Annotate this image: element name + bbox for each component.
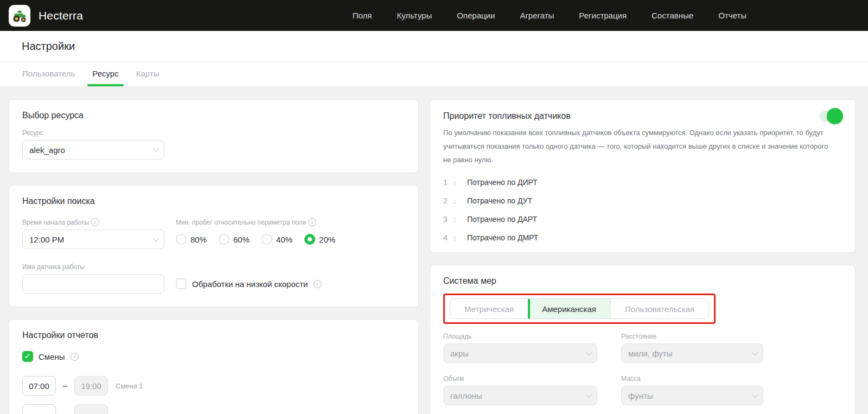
item-order: 1 bbox=[443, 178, 453, 187]
nav-item-units[interactable]: Агрегаты bbox=[520, 11, 554, 20]
fuel-priority-toggle[interactable] bbox=[819, 111, 842, 122]
nav-item-operations[interactable]: Операции bbox=[457, 11, 495, 20]
area-field: Площадь акры bbox=[443, 333, 597, 363]
chevron-down-icon bbox=[752, 349, 758, 355]
info-icon[interactable] bbox=[308, 218, 316, 226]
sensor-name-field: Имя датчика работы bbox=[22, 263, 164, 294]
shift2-to-input bbox=[74, 404, 108, 414]
annotation-highlight: Метрическая Американская Пользовательска… bbox=[443, 294, 716, 324]
shift1-to-input: 19:00 bbox=[74, 376, 108, 396]
fuel-sensor-list: 1 Потрачено по ДИРТ 2 Потрачено по ДУТ 3… bbox=[443, 173, 842, 247]
page-head: Настройки bbox=[0, 31, 868, 62]
volume-value: галлоны bbox=[450, 391, 586, 400]
left-column: Выбор ресурса Ресурс alek_agro Настройки… bbox=[9, 99, 419, 414]
item-label: Потрачено по ДМРТ bbox=[467, 233, 538, 242]
sort-updown-icon[interactable] bbox=[453, 197, 467, 205]
shifts-label: Смены bbox=[39, 352, 65, 361]
info-icon[interactable] bbox=[91, 218, 99, 226]
shift1-from-input[interactable]: 07:00 bbox=[22, 376, 56, 396]
item-label: Потрачено по ДАРТ bbox=[467, 215, 537, 224]
min-mileage-label: Мин. пробег относительно периметра поля bbox=[176, 219, 306, 226]
nav-item-registration[interactable]: Регистрация bbox=[579, 11, 627, 20]
low-speed-field: Обработки на низкой скорости bbox=[176, 274, 405, 294]
radio-40[interactable]: 40% bbox=[261, 234, 292, 245]
area-select: акры bbox=[443, 343, 597, 363]
nav-item-reports[interactable]: Отчеты bbox=[718, 11, 746, 20]
card-title: Настройки поиска bbox=[22, 196, 405, 206]
chevron-down-icon bbox=[586, 392, 592, 398]
nav-item-fields[interactable]: Поля bbox=[353, 11, 372, 20]
fuel-list-item: 1 Потрачено по ДИРТ bbox=[443, 173, 842, 192]
start-time-label: Время начала работы bbox=[22, 219, 89, 226]
report-settings-card: Настройки отчетов Смены 07:00 – 19:00 См… bbox=[9, 319, 419, 414]
sort-updown-icon[interactable] bbox=[453, 215, 467, 224]
volume-field: Объем галлоны bbox=[443, 375, 597, 405]
nav-item-cultures[interactable]: Культуры bbox=[397, 11, 432, 20]
low-speed-label: Обработки на низкой скорости bbox=[192, 279, 308, 289]
right-column: Приоритет топливных датчиков По умолчани… bbox=[430, 99, 856, 414]
segment-us[interactable]: Американская bbox=[528, 299, 610, 319]
resource-select[interactable]: alek_agro bbox=[22, 140, 164, 160]
tab-resource[interactable]: Ресурс bbox=[87, 69, 123, 86]
start-time-field: Время начала работы 12:00 PM bbox=[22, 218, 164, 249]
distance-field: Расстояние мили, футы bbox=[621, 333, 763, 363]
chevron-down-icon bbox=[752, 392, 758, 398]
item-order: 2 bbox=[443, 196, 453, 205]
sort-updown-icon[interactable] bbox=[453, 179, 467, 187]
item-order: 4 bbox=[443, 233, 453, 242]
shift-row-2-partial bbox=[22, 404, 405, 414]
fuel-priority-card: Приоритет топливных датчиков По умолчани… bbox=[430, 99, 856, 253]
distance-value: мили, футы bbox=[628, 349, 752, 358]
shifts-field: Смены bbox=[22, 347, 405, 366]
fuel-list-item: 2 Потрачено по ДУТ bbox=[443, 192, 842, 210]
card-title: Настройки отчетов bbox=[22, 330, 405, 340]
shift2-from-input[interactable] bbox=[22, 404, 56, 414]
segment-metric[interactable]: Метрическая bbox=[450, 299, 528, 319]
area-value: акры bbox=[450, 349, 586, 358]
min-mileage-field: Мин. пробег относительно периметра поля … bbox=[176, 218, 405, 249]
card-title: Система мер bbox=[443, 276, 842, 286]
radio-20[interactable]: 20% bbox=[304, 234, 335, 245]
fuel-list-item: 3 Потрачено по ДАРТ bbox=[443, 210, 842, 228]
distance-label: Расстояние bbox=[621, 333, 763, 340]
settings-tabs: Пользователь Ресурс Карты bbox=[0, 62, 868, 87]
mass-value: фунты bbox=[628, 391, 752, 400]
shift-row-1: 07:00 – 19:00 Смена 1 bbox=[22, 376, 405, 396]
nav-item-composite[interactable]: Составные bbox=[652, 11, 693, 20]
resource-select-card: Выбор ресурса Ресурс alek_agro bbox=[9, 99, 419, 173]
shifts-checkbox[interactable] bbox=[22, 351, 33, 362]
distance-select: мили, футы bbox=[621, 343, 763, 363]
area-label: Площадь bbox=[443, 333, 597, 340]
shift1-name: Смена 1 bbox=[116, 382, 143, 390]
info-icon[interactable] bbox=[314, 280, 322, 288]
range-dash: – bbox=[56, 381, 74, 391]
app-header: Hecterra Поля Культуры Операции Агрегаты… bbox=[0, 0, 868, 31]
resource-select-value: alek_agro bbox=[29, 145, 153, 155]
measure-system-card: Система мер Метрическая Американская Пол… bbox=[430, 265, 856, 414]
app-logo[interactable] bbox=[9, 5, 30, 27]
sensor-name-input[interactable] bbox=[22, 274, 164, 294]
radio-80[interactable]: 80% bbox=[176, 234, 207, 245]
fuel-list-item: 4 Потрачено по ДМРТ bbox=[443, 228, 842, 247]
sensor-name-label: Имя датчика работы bbox=[22, 263, 164, 271]
segment-custom[interactable]: Пользовательская bbox=[610, 299, 709, 319]
start-time-value: 12:00 PM bbox=[29, 235, 153, 244]
chevron-down-icon bbox=[153, 146, 159, 152]
chevron-down-icon bbox=[586, 349, 592, 355]
fuel-priority-description: По умолчанию показания всех топливных да… bbox=[443, 126, 836, 167]
start-time-select[interactable]: 12:00 PM bbox=[22, 230, 164, 249]
tractor-icon bbox=[11, 7, 28, 24]
volume-select: галлоны bbox=[443, 386, 597, 405]
measure-system-switcher: Метрическая Американская Пользовательска… bbox=[450, 298, 709, 319]
brand-title: Hecterra bbox=[39, 9, 83, 22]
tab-user[interactable]: Пользователь bbox=[17, 69, 80, 86]
main-nav: Поля Культуры Операции Агрегаты Регистра… bbox=[353, 11, 746, 20]
low-speed-checkbox[interactable] bbox=[176, 278, 187, 289]
mass-label: Масса bbox=[621, 375, 763, 383]
info-icon[interactable] bbox=[71, 353, 79, 361]
resource-label: Ресурс bbox=[22, 129, 405, 137]
sort-updown-icon[interactable] bbox=[453, 234, 467, 242]
radio-60[interactable]: 60% bbox=[219, 234, 250, 245]
tab-maps[interactable]: Карты bbox=[131, 69, 164, 86]
settings-content: Выбор ресурса Ресурс alek_agro Настройки… bbox=[0, 87, 868, 414]
